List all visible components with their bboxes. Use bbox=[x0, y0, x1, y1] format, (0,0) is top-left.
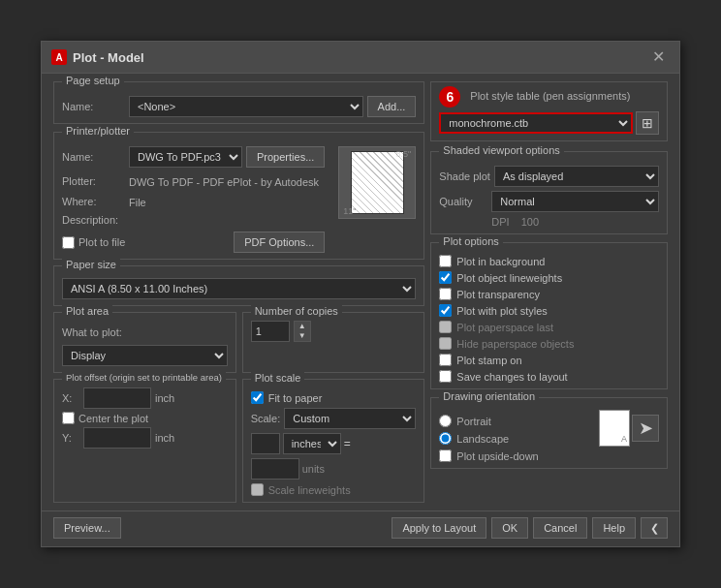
footer-buttons: Apply to Layout OK Cancel Help ❮ bbox=[392, 517, 668, 539]
plot-object-lineweights-label: Plot object lineweights bbox=[456, 272, 562, 284]
dpi-label: DPI bbox=[491, 216, 509, 228]
add-button[interactable]: Add... bbox=[367, 96, 417, 117]
paper-size-row: ANSI A (8.50 x 11.00 Inches) bbox=[62, 278, 416, 299]
properties-button[interactable]: Properties... bbox=[246, 146, 325, 168]
plot-with-styles-label: Plot with plot styles bbox=[456, 305, 548, 317]
preview-inner bbox=[351, 151, 404, 214]
plot-option-1: Plot object lineweights bbox=[439, 271, 659, 284]
page-setup-title: Page setup bbox=[62, 75, 124, 86]
description-row: Description: bbox=[62, 214, 325, 226]
plot-style-select[interactable]: monochrome.ctb bbox=[439, 112, 633, 134]
edit-plot-style-button[interactable]: ⊞ bbox=[636, 111, 659, 135]
plot-object-lineweights-checkbox[interactable] bbox=[439, 271, 452, 284]
quality-select[interactable]: Normal bbox=[491, 191, 659, 212]
scale-input2-row: 5360 units bbox=[251, 458, 417, 480]
printer-name-select[interactable]: DWG To PDF.pc3 bbox=[129, 146, 242, 168]
close-button[interactable]: ✕ bbox=[647, 47, 670, 67]
plot-area-title: Plot area bbox=[62, 305, 112, 317]
copies-down-button[interactable]: ▼ bbox=[295, 331, 310, 341]
what-to-plot-select[interactable]: Display bbox=[62, 345, 228, 366]
center-plot-checkbox[interactable] bbox=[62, 412, 75, 424]
x-label: X: bbox=[62, 392, 79, 404]
apply-to-layout-button[interactable]: Apply to Layout bbox=[392, 517, 486, 539]
plot-scale-title: Plot scale bbox=[251, 372, 305, 384]
plot-to-file-checkbox[interactable] bbox=[62, 236, 75, 249]
shade-label: Shade plot bbox=[439, 170, 490, 182]
scale-select[interactable]: Custom bbox=[284, 408, 416, 429]
plot-style-table-section: 6 Plot style table (pen assignments) mon… bbox=[430, 81, 668, 141]
app-icon: A bbox=[51, 49, 67, 65]
hide-paperspace-checkbox[interactable] bbox=[439, 337, 452, 350]
landscape-row: Landscape bbox=[439, 432, 599, 445]
pdf-options-button[interactable]: PDF Options... bbox=[234, 232, 325, 253]
copies-input[interactable]: 1 bbox=[251, 321, 290, 342]
plotter-row: Plotter: DWG To PDF - PDF ePlot - by Aut… bbox=[62, 173, 325, 188]
orientation-content: Portrait Landscape Plot upside-down bbox=[439, 410, 659, 462]
y-unit: inch bbox=[155, 432, 174, 444]
dialog-body: Page setup Name: <None> Add... Printer/p… bbox=[42, 74, 679, 511]
portrait-label: Portrait bbox=[456, 416, 490, 427]
units-select[interactable]: inches bbox=[283, 433, 341, 454]
scale-input2[interactable]: 5360 bbox=[251, 458, 299, 480]
plot-to-file-label: Plot to file bbox=[78, 236, 125, 248]
hide-paperspace-label: Hide paperspace objects bbox=[456, 338, 574, 350]
quality-label: Quality bbox=[439, 196, 487, 207]
where-value: File bbox=[129, 197, 146, 208]
plot-stamp-checkbox[interactable] bbox=[439, 354, 452, 366]
what-to-plot-row: What to plot: Display bbox=[62, 326, 228, 366]
page-setup-name-select[interactable]: <None> bbox=[129, 96, 363, 117]
plot-dialog: A Plot - Model ✕ Page setup Name: <None>… bbox=[41, 41, 680, 547]
copies-up-button[interactable]: ▲ bbox=[295, 322, 310, 331]
dialog-footer: Preview... Apply to Layout OK Cancel Hel… bbox=[42, 511, 679, 546]
plot-options-list: Plot in background Plot object lineweigh… bbox=[439, 255, 659, 383]
help-button[interactable]: Help bbox=[592, 517, 636, 539]
printer-plotter-title: Printer/plotter bbox=[62, 125, 134, 137]
print-preview-thumbnail: 8.5" 11" bbox=[338, 146, 416, 219]
plot-scale-section: Plot scale Fit to paper Scale: Custom 1 bbox=[242, 379, 425, 503]
portrait-radio[interactable] bbox=[439, 415, 452, 427]
scale-lineweights-label: Scale lineweights bbox=[268, 484, 351, 496]
x-unit: inch bbox=[155, 392, 174, 404]
plot-offset-title: Plot offset (origin set to printable are… bbox=[62, 372, 226, 383]
save-changes-checkbox[interactable] bbox=[439, 370, 452, 383]
scale-input1[interactable]: 1 bbox=[251, 433, 280, 454]
x-input[interactable]: 0.000000 bbox=[83, 387, 151, 409]
plot-option-5: Hide paperspace objects bbox=[439, 337, 659, 350]
plot-offset-section: Plot offset (origin set to printable are… bbox=[53, 379, 236, 503]
step-badge: 6 bbox=[439, 86, 460, 108]
offset-xy: X: 0.000000 inch Center the plot Y: 0.00… bbox=[62, 387, 228, 449]
plot-in-background-checkbox[interactable] bbox=[439, 255, 452, 267]
y-label: Y: bbox=[62, 432, 79, 444]
upside-down-checkbox[interactable] bbox=[439, 449, 452, 462]
shaded-viewport-section: Shaded viewport options Shade plot As di… bbox=[430, 151, 668, 234]
printer-plotter-section: Printer/plotter Name: DWG To PDF.pc3 Pro… bbox=[53, 132, 424, 260]
dialog-title: Plot - Model bbox=[73, 50, 144, 65]
y-input[interactable]: 0.000000 bbox=[83, 427, 151, 449]
drawing-orientation-title: Drawing orientation bbox=[439, 390, 539, 402]
plotter-value: DWG To PDF - PDF ePlot - by Autodesk bbox=[129, 176, 319, 188]
scale-lineweights-checkbox[interactable] bbox=[251, 483, 264, 496]
fit-to-paper-label: Fit to paper bbox=[268, 392, 323, 404]
left-column: Page setup Name: <None> Add... Printer/p… bbox=[53, 81, 424, 503]
copies-spinner: ▲ ▼ bbox=[294, 321, 311, 342]
scale-row: Scale: Custom bbox=[251, 408, 417, 429]
plot-with-styles-checkbox[interactable] bbox=[439, 304, 452, 317]
plot-options-title: Plot options bbox=[439, 235, 502, 247]
fit-to-paper-checkbox[interactable] bbox=[251, 391, 264, 404]
name-label: Name: bbox=[62, 101, 125, 112]
back-button[interactable]: ❮ bbox=[641, 517, 668, 539]
orientation-options: Portrait Landscape Plot upside-down bbox=[439, 410, 599, 462]
center-label: Center the plot bbox=[78, 413, 148, 424]
orientation-arrow-btn[interactable]: ➤ bbox=[632, 415, 659, 442]
shade-plot-select[interactable]: As displayed bbox=[494, 166, 659, 187]
y-row: Y: 0.000000 inch bbox=[62, 427, 228, 449]
plot-transparency-checkbox[interactable] bbox=[439, 288, 452, 300]
cancel-button[interactable]: Cancel bbox=[533, 517, 587, 539]
landscape-radio[interactable] bbox=[439, 432, 452, 445]
quality-row: Quality Normal bbox=[439, 191, 659, 212]
ok-button[interactable]: OK bbox=[491, 517, 528, 539]
paper-size-select[interactable]: ANSI A (8.50 x 11.00 Inches) bbox=[62, 278, 416, 299]
preview-button[interactable]: Preview... bbox=[53, 517, 121, 539]
plot-transparency-label: Plot transparency bbox=[456, 289, 540, 300]
plot-paperspace-last-checkbox[interactable] bbox=[439, 321, 452, 333]
